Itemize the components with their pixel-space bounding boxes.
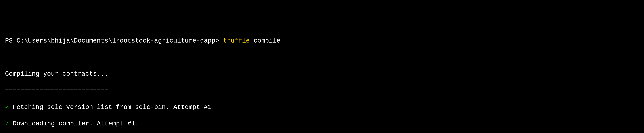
prompt-cwd: C:\Users\bhija\Documents\1rootstock-agri… (16, 37, 215, 44)
output-line-fetch: ✓ Fetching solc version list from solc-b… (5, 103, 639, 111)
output-text: Downloading compiler. Attempt #1. (13, 120, 139, 127)
output-separator: =========================== (5, 86, 639, 95)
output-line-download: ✓ Downloading compiler. Attempt #1. (5, 119, 639, 128)
check-icon: ✓ (5, 120, 9, 127)
command-compile: compile (250, 37, 280, 44)
prompt-suffix: > (215, 37, 223, 44)
prompt-prefix: PS (5, 37, 16, 44)
check-icon: ✓ (5, 104, 9, 111)
command-truffle: truffle (223, 37, 250, 44)
blank-line (5, 53, 639, 61)
terminal-prompt-line[interactable]: PS C:\Users\bhija\Documents\1rootstock-a… (5, 37, 639, 45)
output-heading: Compiling your contracts... (5, 70, 639, 78)
output-text: Fetching solc version list from solc-bin… (13, 104, 212, 111)
